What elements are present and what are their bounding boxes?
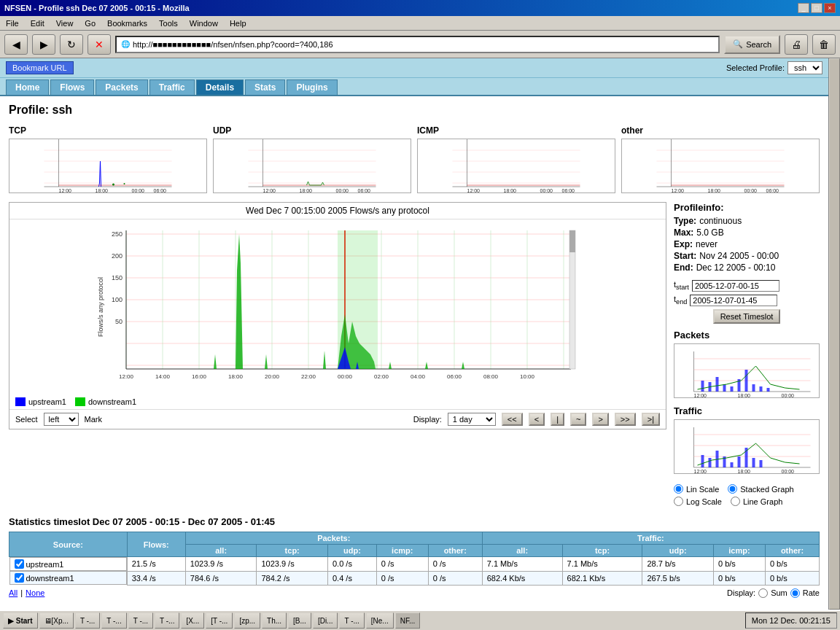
svg-rect-120 — [767, 388, 770, 392]
forward-button[interactable]: ▶ — [32, 34, 55, 55]
all-button[interactable]: All — [9, 588, 18, 598]
svg-text:12:00: 12:00 — [119, 373, 134, 380]
udp-label: UDP — [213, 125, 411, 136]
menu-bookmarks[interactable]: Bookmarks — [104, 18, 150, 28]
nav-mark-button[interactable]: | — [551, 413, 564, 426]
menu-tools[interactable]: Tools — [156, 18, 181, 28]
tend-input[interactable]: 2005-12-07-01-45 — [690, 295, 777, 306]
lin-scale-option[interactable]: Lin Scale — [674, 484, 719, 494]
minimize-button[interactable]: _ — [798, 3, 809, 13]
scale-options: Lin Scale Stacked Graph Log Scale — [674, 481, 820, 509]
menu-file[interactable]: File — [3, 18, 22, 28]
address-bar[interactable]: 🌐 http://■■■■■■■■■■■■/nfsen/nfsen.php?co… — [115, 36, 720, 53]
start-button[interactable]: ▶ Start — [3, 612, 38, 629]
title-bar: NFSEN - Profile ssh Dec 07 2005 - 00:15 … — [0, 0, 840, 16]
tab-plugins[interactable]: Plugins — [287, 79, 337, 95]
taskbar-item-7[interactable]: [zp... — [234, 612, 260, 629]
row0-tr-other: 0 b/s — [765, 557, 819, 572]
search-button[interactable]: 🔍 Search — [724, 35, 780, 54]
taskbar-item-6[interactable]: [T -... — [206, 612, 233, 629]
scale-row-2: Log Scale Line Graph — [674, 497, 820, 506]
nav-last-button[interactable]: >| — [642, 413, 660, 426]
trash-button[interactable]: 🗑 — [812, 34, 836, 55]
exp-label: Exp: — [674, 239, 693, 249]
taskbar-item-13[interactable]: NF... — [395, 612, 421, 629]
menu-go[interactable]: Go — [82, 18, 98, 28]
row0-pkt-udp: 0.0 /s — [327, 557, 376, 572]
max-value: 5.0 GB — [696, 228, 723, 238]
packets-mini-chart: 12:00 18:00 00:00 — [674, 343, 820, 398]
close-button[interactable]: × — [824, 3, 836, 13]
svg-rect-134 — [731, 462, 734, 467]
address-icon: 🌐 — [121, 40, 130, 48]
tab-stats[interactable]: Stats — [245, 79, 285, 95]
tab-traffic[interactable]: Traffic — [149, 79, 195, 95]
main-chart-panel: Wed Dec 7 00:15:00 2005 Flows/s any prot… — [9, 202, 666, 429]
bookmark-url-button[interactable]: Bookmark URL — [6, 61, 74, 74]
nav-first-button[interactable]: << — [502, 413, 523, 426]
pkt-other-header: other: — [428, 545, 482, 557]
nav-far-button[interactable]: >> — [615, 413, 636, 426]
tcp-chart-container: TCP — [9, 125, 207, 193]
back-button[interactable]: ◀ — [4, 34, 28, 55]
stop-button[interactable]: ✕ — [88, 34, 111, 55]
row0-tr-tcp: 7.1 Mb/s — [562, 557, 642, 572]
menu-help[interactable]: Help — [227, 18, 249, 28]
tr-other-header: other: — [765, 545, 819, 557]
none-button[interactable]: None — [26, 588, 44, 598]
tab-packets[interactable]: Packets — [96, 79, 147, 95]
tstart-input[interactable]: 2005-12-07-00-15 — [692, 280, 779, 292]
taskbar-item-8[interactable]: Th... — [262, 612, 287, 629]
row1-checkbox[interactable] — [15, 573, 24, 583]
menu-window[interactable]: Window — [187, 18, 221, 28]
log-scale-option[interactable]: Log Scale — [674, 497, 722, 506]
display-dropdown[interactable]: 1 day 1 week 1 month — [448, 413, 496, 426]
pkt-icmp-header: icmp: — [376, 545, 428, 557]
row0-tr-all: 7.1 Mb/s — [482, 557, 562, 572]
row0-pkt-icmp: 0 /s — [376, 557, 428, 572]
refresh-button[interactable]: ↻ — [60, 34, 83, 55]
nav-center-button[interactable]: ~ — [570, 413, 586, 426]
exp-row: Exp: never — [674, 239, 820, 249]
taskbar-item-4[interactable]: T -... — [155, 612, 179, 629]
packets-header: Packets: — [185, 532, 482, 545]
taskbar-item-2[interactable]: T -... — [101, 612, 126, 629]
svg-text:20:00: 20:00 — [265, 373, 280, 380]
nav-next-button[interactable]: > — [592, 413, 608, 426]
upstream1-color — [15, 397, 26, 406]
taskbar-item-12[interactable]: [Ne... — [366, 612, 394, 629]
maximize-button[interactable]: □ — [811, 3, 822, 13]
taskbar-item-11[interactable]: T -... — [339, 612, 364, 629]
menu-edit[interactable]: Edit — [28, 18, 47, 28]
taskbar-item-9[interactable]: [B... — [288, 612, 311, 629]
row0-source: upstream1 — [9, 557, 127, 571]
tab-flows[interactable]: Flows — [50, 79, 94, 95]
profile-select[interactable]: ssh — [788, 61, 822, 74]
sum-option[interactable]: Sum — [758, 588, 788, 598]
select-dropdown[interactable]: left right — [44, 413, 79, 426]
tcp-label: TCP — [9, 125, 207, 136]
print-button[interactable]: 🖨 — [785, 34, 808, 55]
nav-prev-button[interactable]: < — [529, 413, 545, 426]
tab-details[interactable]: Details — [196, 79, 244, 95]
svg-text:00:00: 00:00 — [782, 469, 795, 474]
rate-option[interactable]: Rate — [790, 588, 820, 598]
scrollbar[interactable] — [828, 58, 840, 610]
tab-home[interactable]: Home — [6, 79, 49, 95]
taskbar-item-0[interactable]: 🖥 [Xp... — [39, 612, 74, 629]
stacked-graph-option[interactable]: Stacked Graph — [728, 484, 793, 494]
svg-text:00:00: 00:00 — [782, 393, 795, 398]
reset-timeslot-button[interactable]: Reset Timeslot — [713, 309, 781, 324]
taskbar-item-5[interactable]: [X... — [181, 612, 204, 629]
page-title: Profile: ssh — [9, 104, 820, 117]
taskbar-item-3[interactable]: T -... — [128, 612, 153, 629]
chart-controls: Select left right Mark Display: 1 day 1 … — [9, 409, 666, 429]
taskbar-item-1[interactable]: T -... — [75, 612, 100, 629]
line-graph-option[interactable]: Line Graph — [731, 497, 782, 506]
stats-title: Statistics timeslot Dec 07 2005 - 00:15 … — [9, 516, 820, 527]
menu-view[interactable]: View — [53, 18, 77, 28]
row0-checkbox[interactable] — [15, 559, 24, 569]
taskbar-item-10[interactable]: [Di... — [313, 612, 338, 629]
svg-rect-131 — [709, 458, 712, 467]
row1-tr-tcp: 682.1 Kb/s — [562, 571, 642, 585]
